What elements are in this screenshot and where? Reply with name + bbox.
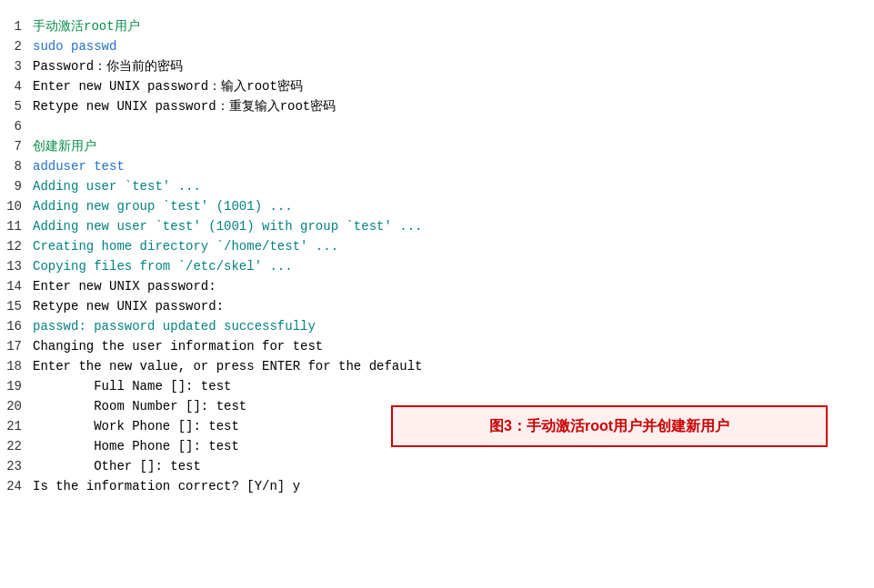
line-number: 10 (0, 196, 33, 216)
annotation-box: 图3：手动激活root用户并创建新用户 (391, 405, 828, 447)
line-number: 8 (0, 156, 33, 176)
line-content: adduser test (33, 156, 874, 176)
line-content: Enter the new value, or press ENTER for … (33, 356, 874, 376)
line-number: 1 (0, 16, 33, 36)
line-content: Adding user `test' ... (33, 176, 874, 196)
line-content: Adding new group `test' (1001) ... (33, 196, 874, 216)
line-number: 4 (0, 76, 33, 96)
line-content: Retype new UNIX password: (33, 296, 874, 316)
code-line: 8adduser test (0, 156, 874, 176)
line-content: Full Name []: test (33, 376, 874, 396)
code-line: 13Copying files from `/etc/skel' ... (0, 256, 874, 276)
line-content: Retype new UNIX password：重复输入root密码 (33, 96, 874, 116)
line-number: 7 (0, 136, 33, 156)
line-number: 15 (0, 296, 33, 316)
line-number: 12 (0, 236, 33, 256)
screenshot-container: 1手动激活root用户2sudo passwd3Password：你当前的密码4… (0, 9, 874, 503)
line-number: 5 (0, 96, 33, 116)
code-line: 16passwd: password updated successfully (0, 316, 874, 336)
code-line: 1手动激活root用户 (0, 16, 874, 36)
line-content: Enter new UNIX password: (33, 276, 874, 296)
line-number: 6 (0, 116, 33, 136)
line-number: 21 (0, 416, 33, 436)
line-content: Changing the user information for test (33, 336, 874, 356)
code-line: 6 (0, 116, 874, 136)
code-line: 10Adding new group `test' (1001) ... (0, 196, 874, 216)
code-line: 9Adding user `test' ... (0, 176, 874, 196)
line-content: sudo passwd (33, 36, 874, 56)
code-line: 4Enter new UNIX password：输入root密码 (0, 76, 874, 96)
code-line: 17Changing the user information for test (0, 336, 874, 356)
code-line: 12Creating home directory `/home/test' .… (0, 236, 874, 256)
code-line: 3Password：你当前的密码 (0, 56, 874, 76)
line-number: 9 (0, 176, 33, 196)
code-line: 19 Full Name []: test (0, 376, 874, 396)
code-line: 24Is the information correct? [Y/n] y (0, 476, 874, 496)
line-number: 17 (0, 336, 33, 356)
line-number: 14 (0, 276, 33, 296)
code-line: 2sudo passwd (0, 36, 874, 56)
code-line: 23 Other []: test (0, 456, 874, 476)
line-content: Adding new user `test' (1001) with group… (33, 216, 874, 236)
line-content: passwd: password updated successfully (33, 316, 874, 336)
line-number: 11 (0, 216, 33, 236)
line-content: Enter new UNIX password：输入root密码 (33, 76, 874, 96)
line-number: 16 (0, 316, 33, 336)
line-number: 20 (0, 396, 33, 416)
line-number: 3 (0, 56, 33, 76)
line-content: Copying files from `/etc/skel' ... (33, 256, 874, 276)
code-line: 14Enter new UNIX password: (0, 276, 874, 296)
line-content: 创建新用户 (33, 136, 874, 156)
line-content: 手动激活root用户 (33, 16, 874, 36)
line-content: Is the information correct? [Y/n] y (33, 476, 874, 496)
line-number: 2 (0, 36, 33, 56)
line-number: 24 (0, 476, 33, 496)
code-line: 15Retype new UNIX password: (0, 296, 874, 316)
code-line: 11Adding new user `test' (1001) with gro… (0, 216, 874, 236)
line-content: Password：你当前的密码 (33, 56, 874, 76)
line-content: Other []: test (33, 456, 874, 476)
code-line: 7创建新用户 (0, 136, 874, 156)
line-number: 22 (0, 436, 33, 456)
line-content: Creating home directory `/home/test' ... (33, 236, 874, 256)
line-number: 19 (0, 376, 33, 396)
line-number: 13 (0, 256, 33, 276)
line-number: 18 (0, 356, 33, 376)
code-line: 5Retype new UNIX password：重复输入root密码 (0, 96, 874, 116)
code-line: 18Enter the new value, or press ENTER fo… (0, 356, 874, 376)
line-number: 23 (0, 456, 33, 476)
